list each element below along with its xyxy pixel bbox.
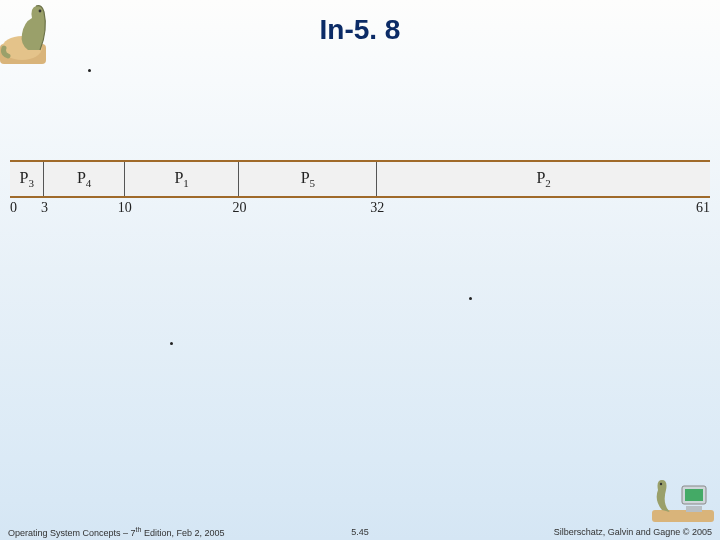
slide-footer: Operating System Concepts – 7th Edition,… (0, 524, 720, 540)
bullet-dot (88, 69, 91, 72)
segment-p3: P3 (10, 162, 44, 196)
slide-title: In-5. 8 (0, 14, 720, 46)
gantt-ticks: 0 3 10 20 32 61 (10, 198, 710, 218)
segment-p1: P1 (125, 162, 240, 196)
svg-rect-5 (685, 489, 703, 501)
svg-point-2 (39, 10, 42, 13)
segment-p2: P2 (377, 162, 710, 196)
segment-p5: P5 (239, 162, 377, 196)
dinosaur-computer-icon (652, 470, 714, 522)
svg-rect-3 (652, 510, 714, 522)
tick-0: 0 (10, 200, 17, 216)
dinosaur-icon (0, 0, 66, 64)
footer-right: Silberschatz, Galvin and Gagne © 2005 (554, 527, 712, 537)
bullet-dot (469, 297, 472, 300)
tick-20: 20 (233, 200, 247, 216)
tick-61: 61 (696, 200, 710, 216)
footer-page-number: 5.45 (351, 527, 369, 537)
bullet-dot (170, 342, 173, 345)
svg-rect-6 (686, 506, 702, 512)
gantt-chart: P3 P4 P1 P5 P2 0 3 10 20 32 61 (10, 160, 710, 218)
tick-3: 3 (41, 200, 48, 216)
gantt-bar: P3 P4 P1 P5 P2 (10, 160, 710, 198)
tick-10: 10 (118, 200, 132, 216)
svg-point-7 (660, 483, 662, 485)
segment-p4: P4 (44, 162, 124, 196)
tick-32: 32 (370, 200, 384, 216)
footer-left: Operating System Concepts – 7th Edition,… (8, 526, 224, 538)
